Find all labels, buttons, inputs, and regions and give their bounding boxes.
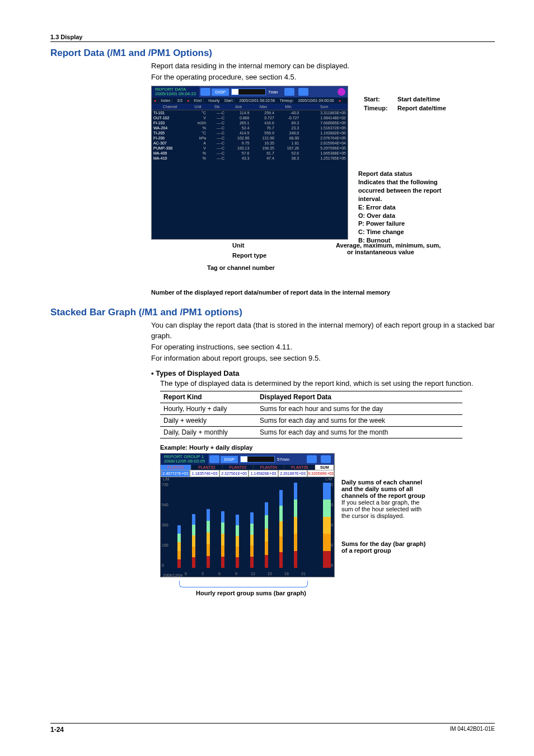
rule: [50, 41, 495, 42]
example-caption: Example: Hourly + daily display: [160, 444, 495, 451]
hourly-bar[interactable]: [294, 483, 297, 568]
types-desc: The type of displayed data is determined…: [160, 379, 495, 389]
plant-tab[interactable]: PLANT01: [161, 465, 191, 470]
bullet-icon: ●: [187, 99, 189, 102]
sum-cell: 1.183574E+03: [190, 470, 219, 477]
record-icon[interactable]: [338, 88, 345, 96]
table-row: OUT-102V----C0.8660.727-0.7271.984148E+0…: [152, 115, 348, 120]
table-row: Daily + weeklySums for each day and sums…: [160, 415, 462, 427]
hourly-bar[interactable]: [250, 512, 254, 568]
status-head: Report data status: [358, 170, 442, 178]
th-data: Displayed Report Data: [256, 391, 462, 403]
status-p: P: Power failure: [358, 220, 442, 228]
window-datetime: 2005/10/01 09:04:22: [155, 92, 196, 96]
progress-bar: [231, 88, 266, 95]
time-remaining: 7min: [268, 90, 278, 95]
callout-tag: Tag or channel number: [207, 264, 275, 271]
col-header: Max: [251, 104, 275, 110]
status-desc: interval.: [358, 195, 442, 203]
index-label: Index :: [161, 99, 172, 102]
status-desc: occurred between the report: [358, 186, 442, 195]
sb-text-3: For information about report groups, see…: [151, 353, 495, 363]
hourly-bar[interactable]: [177, 525, 181, 568]
col-header: Sts: [208, 104, 226, 110]
hourly-bar[interactable]: [236, 515, 239, 568]
date-label: 2008/12/04: [163, 573, 182, 577]
camera-icon[interactable]: [284, 88, 294, 96]
status-icon: [200, 88, 210, 96]
heading-stacked-bar: Stacked Bar Graph (/M1 and /PM1 options): [50, 307, 495, 318]
bullet-icon: ●: [154, 99, 156, 102]
callout-avg: Average, maximum, minimum, sum, or insta…: [336, 242, 441, 255]
report-group-screenshot: REPORT GROUP 1 2008/12/05 08:03:05 DISP …: [160, 453, 335, 577]
plant-tab[interactable]: PLANT04: [254, 465, 284, 470]
page-number: 1-24: [50, 726, 64, 734]
index-value: 3/3: [177, 99, 182, 102]
data-table: ChannelUnitStsAveMaxMinSum TI-101°C----C…: [152, 104, 348, 161]
bullet-icon: ●: [339, 99, 341, 102]
sum-total: 9.326589E+03: [307, 470, 334, 477]
callout-unit: Unit: [232, 242, 244, 249]
th-kind: Report Kind: [160, 391, 256, 403]
col-header: Sum: [301, 104, 348, 110]
hourly-bar[interactable]: [221, 511, 224, 568]
timeup-label: Timeup:: [280, 99, 294, 102]
keypad-icon[interactable]: [298, 88, 308, 96]
intro-1: Report data residing in the internal mem…: [151, 61, 495, 71]
daily-sum-bar: [323, 483, 331, 568]
table-row: MA-410%----C43.347.438.31.251785E+05: [152, 156, 348, 161]
callout-report-type: Report type: [232, 252, 266, 259]
callout-hourly-sums: Hourly report group sums (bar graph): [196, 590, 306, 596]
callout-number: Number of the displayed report data/numb…: [151, 289, 495, 296]
table-row: MA-409%----C57.661.752.61.665388E+05: [152, 151, 348, 156]
table-row: TI-205°C----C414.5559.9240.01.193802E+06: [152, 130, 348, 136]
table-row: PUMP-308V----C183.13196.35167.265.297996…: [152, 146, 348, 151]
hourly-bar[interactable]: [207, 509, 210, 568]
progress-bar: [240, 456, 275, 463]
table-row: AC-307A----C9.7516.351.812.815964E+04: [152, 141, 348, 146]
table-row: WA-204%----C52.476.723.31.516372E+05: [152, 125, 348, 130]
types-heading: • Types of Displayed Data: [151, 369, 495, 377]
spacer: [312, 88, 335, 96]
sum-cell: 2.261897E+03: [278, 470, 307, 477]
table-row: Hourly, Hourly + dailySums for each hour…: [160, 403, 462, 415]
table-row: Daily, Daily + monthlySums for each day …: [160, 427, 462, 438]
hourly-bar[interactable]: [265, 502, 268, 568]
start-value: 2005/10/01 08:10:56: [239, 99, 275, 102]
status-icon: [209, 455, 219, 463]
col-header: Ave: [226, 104, 251, 110]
kind-value: Hourly: [208, 99, 219, 102]
sb-text-2: For operating instructions, see section …: [151, 342, 495, 352]
sum-cell: 2.407727E+03: [161, 470, 190, 477]
sb-text-1: You can display the report data (that is…: [151, 320, 495, 340]
col-header: Channel: [152, 104, 188, 110]
kind-label: Kind :: [194, 99, 204, 102]
table-row: FI-206kPa----C102.90131.9068.002.976764E…: [152, 136, 348, 141]
report-kind-table: Report Kind Displayed Report Data Hourly…: [160, 391, 462, 438]
plant-tab[interactable]: PLANT02: [191, 465, 222, 470]
hourly-bar[interactable]: [192, 514, 195, 568]
section-header: 1.3 Display: [50, 34, 495, 40]
status-desc: Indicates that the following: [358, 178, 442, 186]
sum-cell: 2.327561E+03: [219, 470, 249, 477]
start-label: Start :: [224, 99, 235, 102]
intro-2: For the operating procedure, see section…: [151, 72, 495, 82]
callout-daily-sums: Daily sums of each channel and the daily…: [341, 479, 498, 519]
doc-id: IM 04L42B01-01E: [449, 726, 495, 734]
table-row: FI-103m3/h----C265.1416.689.37.660085E+0…: [152, 120, 348, 125]
camera-icon[interactable]: [307, 455, 317, 463]
sum-tab: SUM: [315, 465, 334, 470]
unit-left: L/M: [163, 477, 170, 481]
callout-sums-day: Sums for the day (bar graph) of a report…: [341, 540, 498, 554]
disp-button[interactable]: DISP: [221, 456, 238, 463]
disp-button[interactable]: DISP: [212, 88, 229, 96]
plant-tab[interactable]: PLANT03: [223, 465, 254, 470]
table-row: TI-101°C----C114.9259.4-40.03.311863E+05: [152, 110, 348, 116]
keypad-icon[interactable]: [321, 455, 331, 463]
plant-tab[interactable]: PLANT05: [284, 465, 315, 470]
time-remaining: 57min: [277, 457, 289, 462]
hourly-bar[interactable]: [279, 490, 283, 568]
callout-timeup-label: Timeup:: [364, 105, 388, 111]
timeup-value: 2005/10/01 09:00:00: [298, 99, 334, 102]
callout-start-text: Start date/time: [397, 96, 440, 102]
